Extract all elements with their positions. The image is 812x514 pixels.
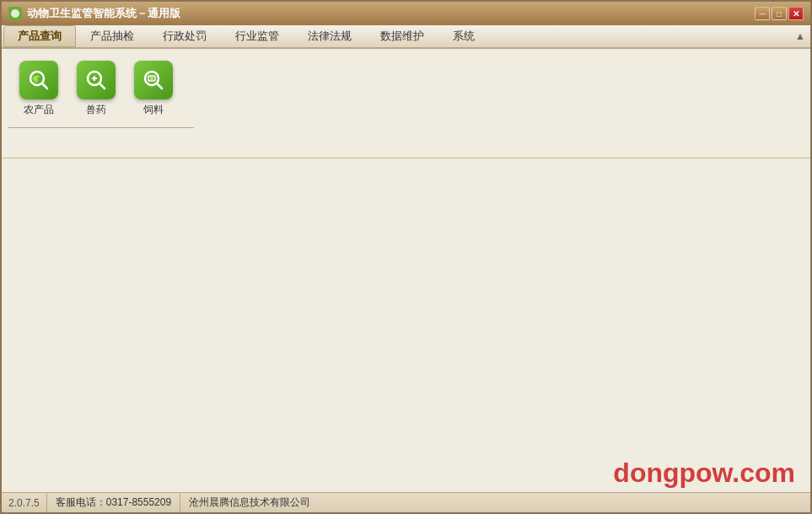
svg-line-9 [157, 83, 162, 88]
title-bar: 动物卫生监管智能系统－通用版 ─ □ ✕ [2, 2, 810, 25]
svg-line-5 [99, 83, 105, 88]
feed-icon-circle [134, 61, 173, 99]
toolbar-item-feed[interactable]: 饲料 [126, 57, 180, 120]
window-title: 动物卫生监管智能系统－通用版 [27, 6, 180, 21]
app-icon [8, 7, 22, 20]
scroll-indicator: ▲ [795, 30, 805, 42]
toolbar-area: 农产品 兽药 [2, 49, 810, 158]
svg-rect-10 [148, 76, 155, 81]
toolbar-separator [8, 127, 194, 128]
feed-icon [142, 68, 165, 92]
main-window: 动物卫生监管智能系统－通用版 ─ □ ✕ 产品查询 产品抽检 行政处罚 行业监管… [0, 0, 812, 514]
vet-icon [84, 68, 108, 92]
main-content [2, 158, 810, 492]
toolbar-item-vet[interactable]: 兽药 [69, 57, 123, 120]
agri-icon-circle [19, 61, 58, 99]
phone-label: 客服电话：0317-8555209 [47, 493, 180, 512]
svg-line-2 [42, 83, 47, 88]
menu-bar-right: ▲ [795, 25, 809, 47]
menu-item-industry-supervision[interactable]: 行业监管 [221, 25, 293, 47]
window-controls: ─ □ ✕ [755, 7, 804, 20]
vet-icon-circle [77, 61, 116, 99]
vet-label: 兽药 [86, 103, 106, 117]
menu-item-laws[interactable]: 法律法规 [293, 25, 366, 47]
menu-item-product-query[interactable]: 产品查询 [3, 25, 76, 47]
menu-item-admin-penalty[interactable]: 行政处罚 [148, 25, 221, 47]
toolbar-icons: 农产品 兽药 [8, 54, 804, 124]
menu-bar: 产品查询 产品抽检 行政处罚 行业监管 法律法规 数据维护 系统 ▲ [2, 25, 810, 49]
menu-item-data-maintenance[interactable]: 数据维护 [366, 25, 438, 47]
restore-button[interactable]: □ [772, 7, 787, 20]
company-label: 沧州晨腾信息技术有限公司 [180, 493, 319, 512]
svg-point-0 [11, 9, 19, 18]
status-bar: 2.0.7.5 客服电话：0317-8555209 沧州晨腾信息技术有限公司 [2, 492, 810, 512]
feed-label: 饲料 [143, 103, 164, 117]
agri-label: 农产品 [24, 103, 54, 117]
menu-item-product-check[interactable]: 产品抽检 [76, 25, 148, 47]
agri-icon [27, 68, 51, 92]
close-button[interactable]: ✕ [788, 7, 804, 20]
toolbar-item-agri[interactable]: 农产品 [12, 57, 66, 120]
version-label: 2.0.7.5 [2, 493, 47, 512]
minimize-button[interactable]: ─ [755, 7, 770, 20]
menu-item-system[interactable]: 系统 [438, 25, 489, 47]
